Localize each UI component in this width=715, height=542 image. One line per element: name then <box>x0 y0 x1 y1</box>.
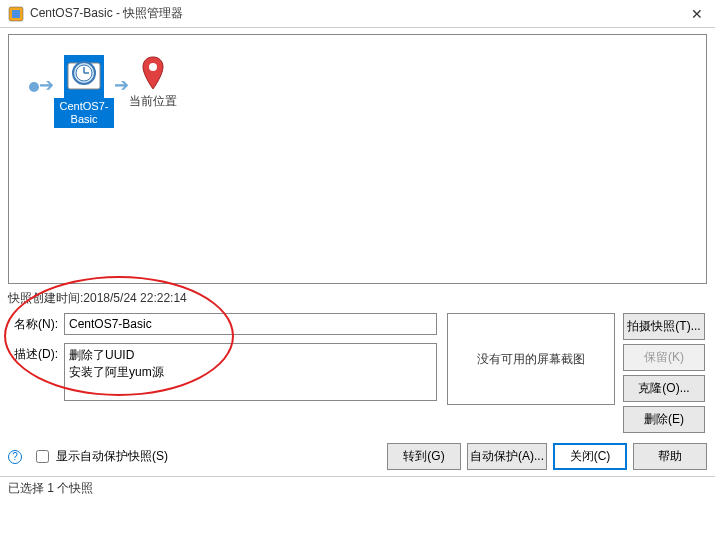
autoprotect-checkbox-input[interactable] <box>36 450 49 463</box>
titlebar: CentOS7-Basic - 快照管理器 ✕ <box>0 0 715 28</box>
clone-button[interactable]: 克隆(O)... <box>623 375 705 402</box>
timestamp-value: 2018/5/24 22:22:14 <box>83 291 186 305</box>
take-snapshot-button[interactable]: 拍摄快照(T)... <box>623 313 705 340</box>
timestamp-label: 快照创建时间: <box>8 291 83 305</box>
status-bar: 已选择 1 个快照 <box>0 476 715 500</box>
name-input[interactable] <box>64 313 437 335</box>
timestamp: 快照创建时间:2018/5/24 22:22:14 <box>8 290 707 307</box>
details-panel: 快照创建时间:2018/5/24 22:22:14 名称(N): 描述(D): … <box>8 290 707 433</box>
current-location-node[interactable]: 当前位置 <box>129 55 177 110</box>
autoprotect-button[interactable]: 自动保护(A)... <box>467 443 547 470</box>
help-button[interactable]: 帮助 <box>633 443 707 470</box>
autoprotect-checkbox-label: 显示自动保护快照(S) <box>56 448 168 465</box>
keep-button: 保留(K) <box>623 344 705 371</box>
current-location-label: 当前位置 <box>129 93 177 110</box>
arrow-icon: ➔ <box>114 74 129 96</box>
pin-icon <box>139 55 167 91</box>
no-screenshot-text: 没有可用的屏幕截图 <box>477 351 585 368</box>
show-autoprotect-checkbox[interactable]: 显示自动保护快照(S) <box>32 447 381 466</box>
start-dot-icon <box>29 82 39 92</box>
clock-snapshot-icon <box>66 57 102 93</box>
arrow-icon: ➔ <box>39 74 54 96</box>
vmware-icon <box>8 6 24 22</box>
close-button[interactable]: 关闭(C) <box>553 443 627 470</box>
help-icon[interactable]: ? <box>8 450 22 464</box>
svg-rect-1 <box>12 10 20 18</box>
name-label: 名称(N): <box>8 313 58 333</box>
close-icon[interactable]: ✕ <box>687 6 707 22</box>
svg-point-7 <box>149 63 157 71</box>
desc-label: 描述(D): <box>8 343 58 363</box>
screenshot-thumbnail: 没有可用的屏幕截图 <box>447 313 615 405</box>
snapshot-node[interactable]: CentOS7-Basic <box>54 55 114 128</box>
delete-button[interactable]: 删除(E) <box>623 406 705 433</box>
window-title: CentOS7-Basic - 快照管理器 <box>30 5 687 22</box>
snapshot-tree[interactable]: ➔ CentOS7-Basic ➔ <box>8 34 707 284</box>
bottom-bar: ? 显示自动保护快照(S) 转到(G) 自动保护(A)... 关闭(C) 帮助 <box>0 437 715 476</box>
desc-textarea[interactable]: 删除了UUID 安装了阿里yum源 <box>64 343 437 401</box>
goto-button[interactable]: 转到(G) <box>387 443 461 470</box>
status-text: 已选择 1 个快照 <box>8 481 93 495</box>
snapshot-label: CentOS7-Basic <box>54 98 114 128</box>
